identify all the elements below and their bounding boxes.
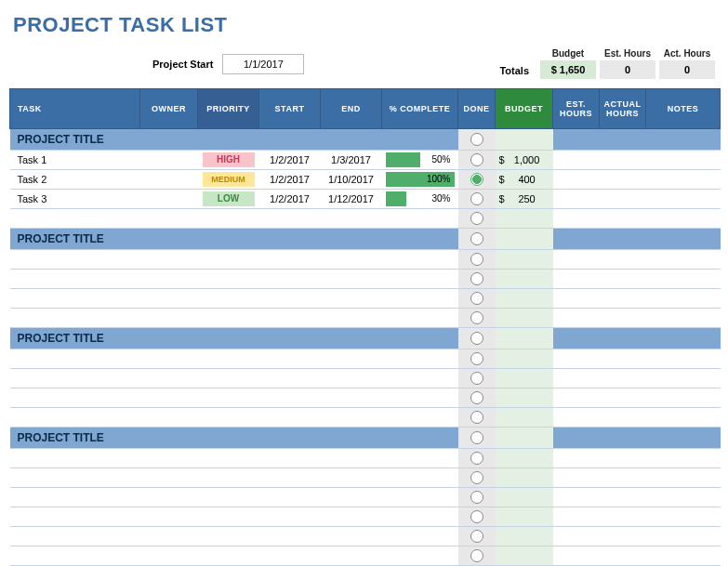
budget-cell[interactable] [496,309,553,328]
cell[interactable] [646,428,721,449]
owner-cell[interactable] [140,349,198,369]
notes-cell[interactable] [646,349,721,369]
end-cell[interactable]: 1/12/2017 [321,190,382,209]
start-cell[interactable] [259,449,321,468]
budget-cell[interactable] [496,546,553,566]
priority-cell[interactable] [198,209,259,229]
pct-cell[interactable]: 100% [382,170,458,190]
budget-cell[interactable] [496,449,553,468]
budget-cell[interactable] [496,129,553,151]
done-cell[interactable] [458,468,496,488]
owner-cell[interactable] [140,488,198,507]
done-cell[interactable] [458,428,496,449]
priority-cell[interactable] [198,546,259,566]
act-cell[interactable] [600,309,646,328]
start-cell[interactable] [259,546,321,566]
task-cell[interactable] [10,250,140,270]
task-cell[interactable] [10,209,140,229]
act-cell[interactable] [600,388,646,408]
budget-cell[interactable] [496,468,553,488]
budget-cell[interactable] [496,270,553,289]
priority-cell[interactable] [198,349,259,369]
est-cell[interactable] [553,388,600,408]
done-cell[interactable] [458,408,496,428]
est-cell[interactable] [553,468,600,488]
radio-icon[interactable] [470,530,483,543]
cell[interactable] [600,428,646,449]
act-cell[interactable] [600,507,646,527]
start-cell[interactable] [259,309,321,328]
start-cell[interactable] [259,289,321,309]
owner-cell[interactable] [140,507,198,527]
pct-cell[interactable] [382,388,458,408]
budget-cell[interactable] [496,328,553,349]
cell[interactable] [646,229,721,250]
priority-cell[interactable]: HIGH [198,151,259,170]
act-cell[interactable] [600,449,646,468]
end-cell[interactable] [321,270,382,289]
priority-cell[interactable] [198,449,259,468]
pct-cell[interactable] [382,488,458,507]
start-cell[interactable] [259,349,321,369]
start-cell[interactable]: 1/2/2017 [259,190,321,209]
task-cell[interactable] [10,449,140,468]
est-cell[interactable] [553,309,600,328]
est-cell[interactable] [553,209,600,229]
est-cell[interactable] [553,151,600,170]
end-cell[interactable] [321,388,382,408]
pct-cell[interactable] [382,449,458,468]
radio-icon[interactable] [470,332,483,345]
end-cell[interactable] [321,369,382,388]
start-cell[interactable] [259,388,321,408]
budget-cell[interactable] [496,408,553,428]
task-cell[interactable]: Task 3 [10,190,140,209]
act-cell[interactable] [600,349,646,369]
radio-icon[interactable] [470,510,483,523]
notes-cell[interactable] [646,468,721,488]
done-cell[interactable] [458,328,496,349]
act-cell[interactable] [600,369,646,388]
done-cell[interactable] [458,270,496,289]
owner-cell[interactable] [140,527,198,546]
done-cell[interactable] [458,209,496,229]
start-cell[interactable] [259,488,321,507]
notes-cell[interactable] [646,170,721,190]
end-cell[interactable] [321,349,382,369]
notes-cell[interactable] [646,190,721,209]
done-cell[interactable] [458,229,496,250]
radio-icon[interactable] [470,452,483,465]
start-cell[interactable]: 1/2/2017 [259,151,321,170]
pct-cell[interactable] [382,289,458,309]
end-cell[interactable] [321,488,382,507]
task-cell[interactable]: Task 1 [10,151,140,170]
radio-icon[interactable] [470,431,483,444]
radio-icon[interactable] [470,491,483,504]
end-cell[interactable] [321,250,382,270]
section-title[interactable]: PROJECT TITLE [10,129,458,151]
start-cell[interactable] [259,468,321,488]
act-cell[interactable] [600,546,646,566]
end-cell[interactable]: 1/3/2017 [321,151,382,170]
owner-cell[interactable] [140,250,198,270]
budget-cell[interactable] [496,250,553,270]
done-cell[interactable] [458,546,496,566]
cell[interactable] [553,328,600,349]
done-cell[interactable] [458,488,496,507]
task-cell[interactable] [10,468,140,488]
end-cell[interactable] [321,289,382,309]
cell[interactable] [553,129,600,151]
est-cell[interactable] [553,369,600,388]
radio-icon[interactable] [470,212,483,225]
act-cell[interactable] [600,170,646,190]
end-cell[interactable] [321,468,382,488]
radio-icon[interactable] [470,192,483,205]
radio-icon[interactable] [470,391,483,404]
budget-cell[interactable] [496,209,553,229]
radio-icon[interactable] [470,133,483,146]
priority-cell[interactable] [198,250,259,270]
start-cell[interactable] [259,270,321,289]
priority-cell[interactable] [198,369,259,388]
start-cell[interactable] [259,408,321,428]
budget-cell[interactable]: $1,000 [496,151,553,170]
cell[interactable] [646,129,721,151]
